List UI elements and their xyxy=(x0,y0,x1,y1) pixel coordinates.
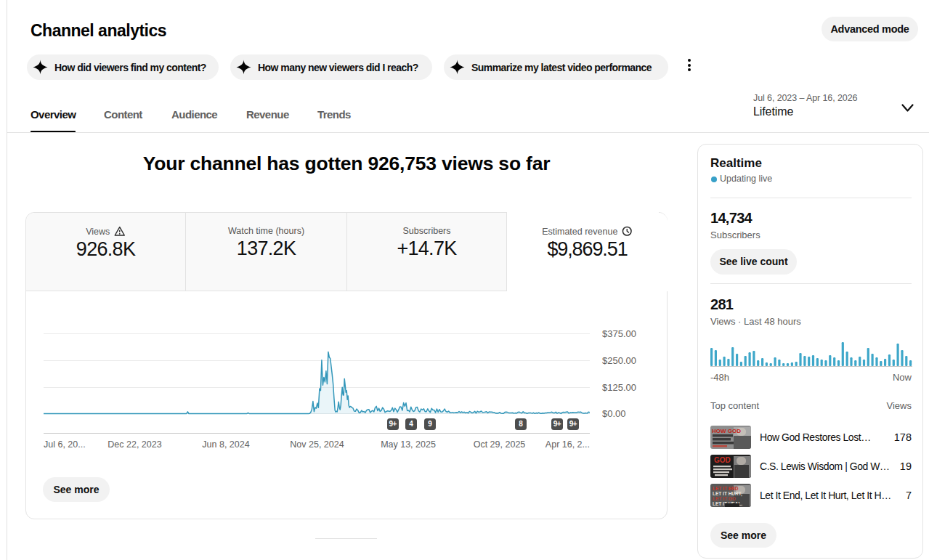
svg-text:HOW GOD: HOW GOD xyxy=(712,428,741,434)
svg-text:GOD: GOD xyxy=(714,456,731,464)
svg-text:LET IT GO: LET IT GO xyxy=(713,496,736,501)
svg-text:LET IT END: LET IT END xyxy=(713,486,739,491)
